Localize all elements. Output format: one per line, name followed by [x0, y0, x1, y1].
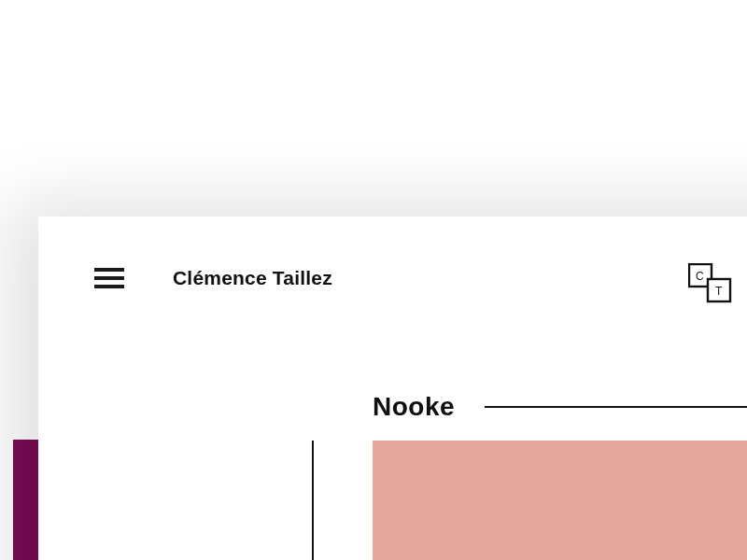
- svg-text:T: T: [715, 285, 723, 298]
- hamburger-icon: [94, 285, 124, 288]
- site-logo[interactable]: C T: [688, 263, 733, 304]
- title-rule: [485, 406, 747, 408]
- svg-text:C: C: [696, 270, 704, 283]
- site-header: Clémence Taillez: [94, 267, 747, 289]
- hamburger-icon: [94, 268, 124, 272]
- vertical-rule: [312, 441, 314, 560]
- site-name[interactable]: Clémence Taillez: [173, 267, 332, 289]
- page-card: Clémence Taillez C T Nooke: [38, 217, 747, 560]
- logo-icon: C T: [688, 263, 733, 304]
- project-title-row: Nooke: [373, 392, 747, 422]
- hamburger-icon: [94, 276, 124, 280]
- project-hero[interactable]: [373, 441, 747, 560]
- menu-button[interactable]: [94, 268, 124, 288]
- project-title: Nooke: [373, 392, 455, 422]
